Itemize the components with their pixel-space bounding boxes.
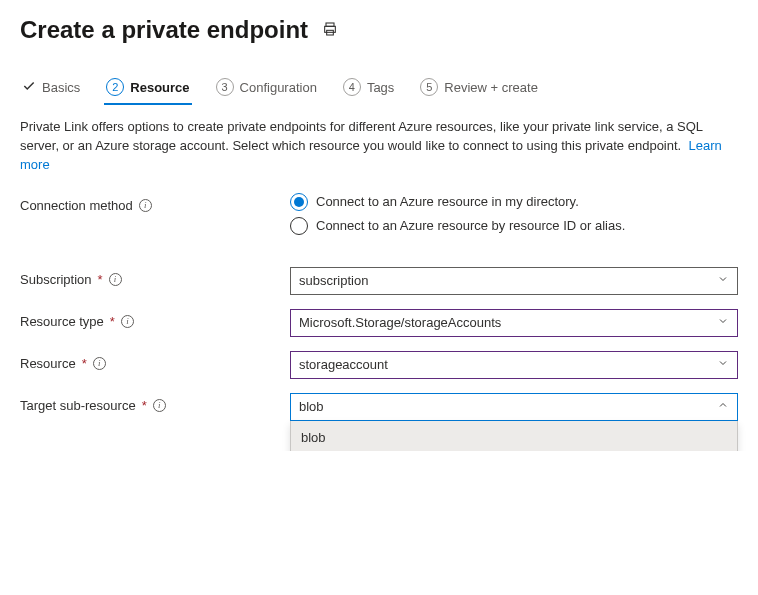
step-number: 2 (106, 78, 124, 96)
page-title: Create a private endpoint (20, 16, 308, 44)
required-indicator: * (98, 272, 103, 287)
info-icon[interactable]: i (153, 399, 166, 412)
required-indicator: * (142, 398, 147, 413)
info-icon[interactable]: i (93, 357, 106, 370)
connection-method-option-resource-id[interactable]: Connect to an Azure resource by resource… (290, 217, 738, 235)
connection-method-label: Connection method (20, 198, 133, 213)
connection-method-option-directory[interactable]: Connect to an Azure resource in my direc… (290, 193, 738, 211)
tab-label: Resource (130, 80, 189, 95)
chevron-up-icon (717, 399, 729, 414)
step-number: 5 (420, 78, 438, 96)
tab-label: Configuration (240, 80, 317, 95)
subscription-dropdown[interactable]: subscription (290, 267, 738, 295)
resource-label: Resource (20, 356, 76, 371)
resource-type-dropdown[interactable]: Microsoft.Storage/storageAccounts (290, 309, 738, 337)
target-sub-resource-dropdown[interactable]: blob (290, 393, 738, 421)
subscription-label: Subscription (20, 272, 92, 287)
required-indicator: * (82, 356, 87, 371)
chevron-down-icon (717, 273, 729, 288)
tab-basics[interactable]: Basics (20, 73, 82, 104)
target-sub-resource-options: blob table queue file web dfs (290, 421, 738, 451)
check-icon (22, 79, 36, 96)
required-indicator: * (110, 314, 115, 329)
radio-label: Connect to an Azure resource in my direc… (316, 194, 579, 209)
dropdown-value: subscription (299, 273, 368, 288)
resource-type-label: Resource type (20, 314, 104, 329)
info-icon[interactable]: i (139, 199, 152, 212)
dropdown-value: storageaccount (299, 357, 388, 372)
tab-review-create[interactable]: 5 Review + create (418, 72, 540, 104)
radio-icon (290, 217, 308, 235)
tab-configuration[interactable]: 3 Configuration (214, 72, 319, 104)
chevron-down-icon (717, 357, 729, 372)
radio-selected-icon (290, 193, 308, 211)
intro-text: Private Link offers options to create pr… (20, 118, 738, 175)
tab-resource[interactable]: 2 Resource (104, 72, 191, 104)
target-sub-resource-label: Target sub-resource (20, 398, 136, 413)
info-icon[interactable]: i (121, 315, 134, 328)
tab-label: Review + create (444, 80, 538, 95)
dropdown-option-blob[interactable]: blob (291, 421, 737, 451)
tab-tags[interactable]: 4 Tags (341, 72, 396, 104)
tab-label: Basics (42, 80, 80, 95)
step-number: 4 (343, 78, 361, 96)
dropdown-value: Microsoft.Storage/storageAccounts (299, 315, 501, 330)
tab-label: Tags (367, 80, 394, 95)
info-icon[interactable]: i (109, 273, 122, 286)
chevron-down-icon (717, 315, 729, 330)
intro-body: Private Link offers options to create pr… (20, 119, 703, 153)
dropdown-value: blob (299, 399, 324, 414)
radio-label: Connect to an Azure resource by resource… (316, 218, 625, 233)
print-icon[interactable] (322, 21, 338, 40)
resource-dropdown[interactable]: storageaccount (290, 351, 738, 379)
wizard-tabs: Basics 2 Resource 3 Configuration 4 Tags… (20, 72, 738, 104)
step-number: 3 (216, 78, 234, 96)
